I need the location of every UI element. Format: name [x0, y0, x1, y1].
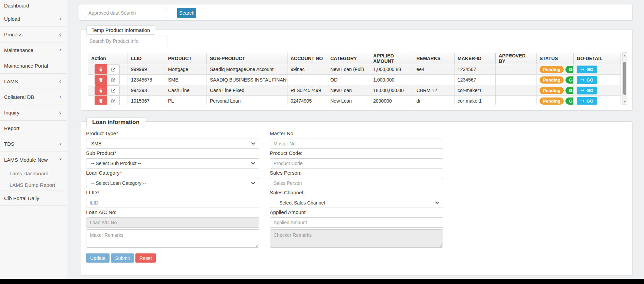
cell-action — [88, 64, 128, 75]
cell-category: New Loan (Full) — [327, 64, 370, 75]
edit-button[interactable] — [107, 64, 120, 74]
required-marker: * — [97, 190, 99, 195]
cell-action — [88, 85, 128, 96]
loan-information-legend: Loan information — [86, 117, 145, 127]
table-header-row: Action LLID PRODUCT SUB-PRODUCT ACCOUNT … — [88, 53, 621, 64]
sidebar-item-maintenance-portal[interactable]: Maintenance Portal — [0, 58, 67, 74]
trash-icon — [99, 99, 103, 103]
applied-amount-label: Applied Amount — [270, 209, 443, 215]
sidebar-item-report[interactable]: Report — [0, 121, 67, 136]
sidebar: Dashboard Upload‹ Process‹ Maintenance‹ … — [0, 0, 67, 279]
edit-icon — [111, 78, 116, 82]
sidebar-item-cib-portal-daily[interactable]: Cib Portal Daily — [0, 191, 67, 206]
sidebar-item-dashboard[interactable]: Dashboard — [0, 0, 67, 11]
sidebar-item-collateral-db[interactable]: Collateral DB‹ — [0, 89, 67, 105]
loan-category-field-group: Loan Category* -- Select Loan Category -… — [86, 170, 259, 188]
llid-input[interactable] — [86, 198, 259, 208]
sidebar-item-upload[interactable]: Upload‹ — [0, 11, 67, 27]
master-no-input[interactable] — [270, 139, 443, 149]
sidebar-item-inquiry[interactable]: Inquiry‹ — [0, 105, 67, 121]
cell-go-detail: GO — [574, 64, 621, 75]
cell-maker-id: cor-maker1 — [455, 96, 496, 105]
chevron-left-icon: ‹ — [59, 31, 61, 37]
reset-button[interactable]: Reset — [135, 253, 156, 263]
sidebar-item-label: Upload — [4, 16, 20, 22]
table-row: 994393 Cash Line Cash Line Fixed RLS0245… — [88, 85, 621, 96]
product-info-filter-input[interactable] — [86, 36, 167, 46]
chevron-down-icon — [435, 201, 439, 204]
trash-icon — [99, 78, 103, 82]
sidebar-item-process[interactable]: Process‹ — [0, 27, 67, 42]
cell-category: OD — [327, 75, 370, 85]
loan-category-select[interactable]: -- Select Loan Category -- — [86, 178, 259, 188]
applied-amount-input[interactable] — [270, 217, 443, 228]
go-button[interactable]: GO — [577, 97, 597, 105]
cell-applied-amount: 1,000,000 — [370, 75, 413, 85]
scroll-up-icon[interactable]: ▲ — [623, 54, 627, 57]
chevron-down-icon — [251, 142, 255, 145]
sidebar-item-label: Cib Portal Daily — [4, 195, 39, 201]
cell-remarks: ee4 — [413, 64, 455, 75]
sidebar-item-lams-dashboard[interactable]: Lams Dashboard — [0, 167, 67, 179]
cell-status: PendingGood — [536, 75, 574, 85]
master-no-label: Master No — [270, 130, 443, 136]
status-badge-good: Good — [565, 87, 573, 94]
go-button[interactable]: GO — [577, 66, 597, 73]
submit-button[interactable]: Submit — [111, 253, 134, 263]
delete-button[interactable] — [95, 96, 107, 105]
table-scrollbar[interactable]: ▲ ▼ — [622, 52, 627, 105]
cell-product: SME — [165, 75, 207, 85]
search-button[interactable]: Search — [177, 8, 196, 18]
col-header-go-detail: GO-DETAIL — [574, 53, 621, 64]
sidebar-item-maintenance[interactable]: Maintenance‹ — [0, 42, 67, 58]
edit-button[interactable] — [107, 75, 120, 85]
action-button-group — [95, 96, 120, 105]
cell-maker-id: 1234567 — [455, 64, 496, 75]
product-code-input[interactable] — [270, 158, 443, 168]
cell-category: New Loan — [327, 85, 370, 96]
sales-person-input[interactable] — [270, 178, 443, 188]
temp-product-table: Action LLID PRODUCT SUB-PRODUCT ACCOUNT … — [88, 53, 621, 105]
cell-sub-product: SAADIQ BUSINESS INSTAL FINANCE — [207, 75, 287, 85]
go-button[interactable]: GO — [577, 87, 597, 94]
go-button-label: GO — [587, 99, 593, 104]
sidebar-item-lams[interactable]: LAMS‹ — [0, 74, 67, 89]
scrollbar-thumb[interactable] — [623, 62, 626, 95]
sidebar-item-tds[interactable]: TDS‹ — [0, 136, 67, 152]
delete-button[interactable] — [95, 85, 107, 95]
delete-button[interactable] — [95, 75, 107, 85]
go-button[interactable]: GO — [577, 76, 597, 84]
loan-category-selected-value: -- Select Loan Category -- — [91, 180, 146, 186]
sales-channel-select[interactable]: -- Select Sales Channel -- — [270, 198, 443, 208]
table-row: 12345678 SME SAADIQ BUSINESS INSTAL FINA… — [88, 75, 621, 85]
col-header-sub-product: SUB-PRODUCT — [207, 53, 287, 64]
update-button[interactable]: Update — [86, 253, 110, 263]
chevron-left-icon: ‹ — [59, 94, 61, 100]
scroll-down-icon[interactable]: ▼ — [623, 100, 627, 103]
col-header-product: PRODUCT — [165, 53, 207, 64]
edit-button[interactable] — [107, 85, 120, 95]
edit-button[interactable] — [107, 96, 120, 105]
action-button-group — [95, 85, 120, 95]
approved-data-search-input[interactable] — [85, 8, 166, 18]
sidebar-item-lams-module-new[interactable]: LAMS Module New‹ — [0, 152, 67, 167]
cell-account-no: 99lnac — [287, 64, 327, 75]
status-badge-good: Good — [565, 76, 573, 84]
sidebar-item-lams-dump-report[interactable]: LAMS Dump Report — [0, 179, 67, 191]
cell-account-no: 02474905 — [287, 96, 327, 105]
sales-channel-label: Sales Channel: — [270, 190, 443, 195]
chevron-left-icon: ‹ — [59, 16, 61, 21]
table-row: 999999 Mortgage Saadiq MortgageOne Accou… — [88, 64, 621, 75]
col-header-remarks: REMARKS — [413, 53, 455, 64]
sidebar-subgroup-lams-module-new: Lams Dashboard LAMS Dump Report — [0, 167, 67, 191]
cell-sub-product: Saadiq MortgageOne Account — [207, 64, 287, 75]
loan-ac-no-field-group: Loan A/C No: — [86, 209, 259, 228]
product-type-select[interactable]: SME — [86, 139, 259, 149]
maker-remarks-textarea[interactable] — [86, 229, 259, 248]
form-buttons: Update Submit Reset — [86, 253, 156, 263]
table-row: 1015367 PL Personal Loan 02474905 New Lo… — [88, 96, 621, 105]
delete-button[interactable] — [95, 64, 107, 74]
cell-status: PendingGood — [536, 85, 574, 96]
sub-product-select[interactable]: -- Select Sub Product -- — [86, 158, 259, 168]
approved-search-card: Search — [79, 4, 633, 21]
